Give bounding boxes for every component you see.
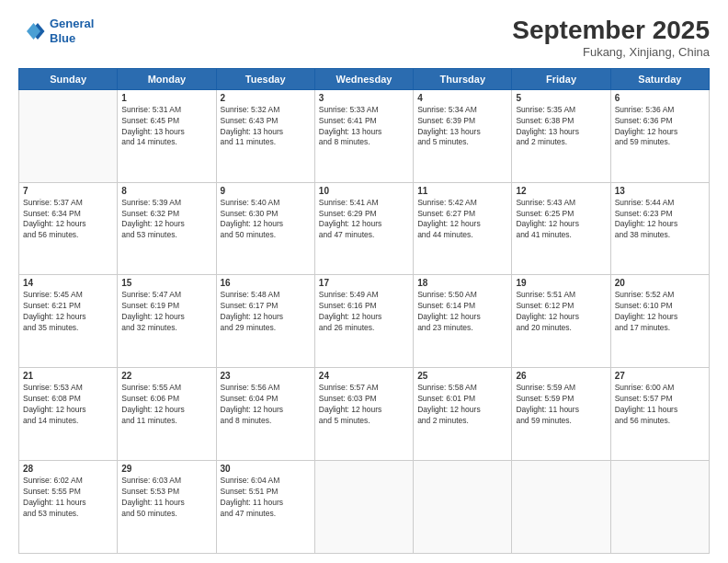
cell-info: Sunrise: 5:39 AMSunset: 6:32 PMDaylight:… [121, 198, 211, 242]
cell-info: Sunrise: 5:52 AMSunset: 6:10 PMDaylight:… [615, 290, 705, 334]
day-number: 6 [615, 93, 705, 103]
cell-info: Sunrise: 5:37 AMSunset: 6:34 PMDaylight:… [23, 198, 113, 242]
weekday-header-row: SundayMondayTuesdayWednesdayThursdayFrid… [19, 68, 710, 89]
day-number: 22 [121, 371, 211, 381]
cell-info: Sunrise: 6:00 AMSunset: 5:57 PMDaylight:… [615, 383, 705, 427]
calendar-cell: 30Sunrise: 6:04 AMSunset: 5:51 PMDayligh… [216, 461, 314, 554]
calendar-table: SundayMondayTuesdayWednesdayThursdayFrid… [18, 68, 710, 554]
weekday-tuesday: Tuesday [216, 68, 314, 89]
calendar-cell: 28Sunrise: 6:02 AMSunset: 5:55 PMDayligh… [19, 461, 118, 554]
calendar-cell [610, 461, 709, 554]
day-number: 5 [516, 93, 606, 103]
calendar-cell: 23Sunrise: 5:56 AMSunset: 6:04 PMDayligh… [216, 368, 314, 461]
cell-info: Sunrise: 5:33 AMSunset: 6:41 PMDaylight:… [319, 105, 409, 149]
logo-general: General [50, 17, 94, 30]
day-number: 28 [23, 464, 113, 474]
weekday-friday: Friday [512, 68, 610, 89]
calendar-cell: 15Sunrise: 5:47 AMSunset: 6:19 PMDayligh… [118, 275, 216, 368]
day-number: 8 [121, 186, 211, 196]
weekday-wednesday: Wednesday [314, 68, 413, 89]
cell-info: Sunrise: 5:34 AMSunset: 6:39 PMDaylight:… [417, 105, 507, 149]
calendar-cell: 25Sunrise: 5:58 AMSunset: 6:01 PMDayligh… [414, 368, 512, 461]
calendar-cell: 14Sunrise: 5:45 AMSunset: 6:21 PMDayligh… [19, 275, 118, 368]
calendar-cell: 29Sunrise: 6:03 AMSunset: 5:53 PMDayligh… [118, 461, 216, 554]
calendar-cell [414, 461, 512, 554]
cell-info: Sunrise: 6:03 AMSunset: 5:53 PMDaylight:… [121, 476, 211, 520]
logo-icon [18, 17, 46, 45]
cell-info: Sunrise: 5:43 AMSunset: 6:25 PMDaylight:… [516, 198, 606, 242]
day-number: 4 [417, 93, 507, 103]
month-title: September 2025 [512, 17, 710, 45]
cell-info: Sunrise: 5:57 AMSunset: 6:03 PMDaylight:… [319, 383, 409, 427]
logo-blue: Blue [50, 31, 75, 45]
calendar-cell: 21Sunrise: 5:53 AMSunset: 6:08 PMDayligh… [19, 368, 118, 461]
week-row-2: 14Sunrise: 5:45 AMSunset: 6:21 PMDayligh… [19, 275, 710, 368]
calendar-cell: 27Sunrise: 6:00 AMSunset: 5:57 PMDayligh… [610, 368, 709, 461]
day-number: 11 [417, 186, 507, 196]
day-number: 9 [221, 186, 311, 196]
calendar-cell [314, 461, 413, 554]
day-number: 13 [615, 186, 705, 196]
calendar-cell: 16Sunrise: 5:48 AMSunset: 6:17 PMDayligh… [216, 275, 314, 368]
calendar-cell: 20Sunrise: 5:52 AMSunset: 6:10 PMDayligh… [610, 275, 709, 368]
day-number: 25 [417, 371, 507, 381]
day-number: 2 [221, 93, 311, 103]
cell-info: Sunrise: 5:40 AMSunset: 6:30 PMDaylight:… [221, 198, 311, 242]
cell-info: Sunrise: 5:50 AMSunset: 6:14 PMDaylight:… [417, 290, 507, 334]
calendar-cell: 13Sunrise: 5:44 AMSunset: 6:23 PMDayligh… [610, 182, 709, 275]
logo: General Blue [18, 17, 94, 45]
day-number: 29 [121, 464, 211, 474]
calendar-cell: 6Sunrise: 5:36 AMSunset: 6:36 PMDaylight… [610, 89, 709, 182]
weekday-thursday: Thursday [414, 68, 512, 89]
day-number: 7 [23, 186, 113, 196]
calendar-cell: 10Sunrise: 5:41 AMSunset: 6:29 PMDayligh… [314, 182, 413, 275]
cell-info: Sunrise: 6:04 AMSunset: 5:51 PMDaylight:… [221, 476, 311, 520]
cell-info: Sunrise: 6:02 AMSunset: 5:55 PMDaylight:… [23, 476, 113, 520]
cell-info: Sunrise: 5:56 AMSunset: 6:04 PMDaylight:… [221, 383, 311, 427]
logo-text: General Blue [50, 17, 94, 45]
cell-info: Sunrise: 5:49 AMSunset: 6:16 PMDaylight:… [319, 290, 409, 334]
cell-info: Sunrise: 5:48 AMSunset: 6:17 PMDaylight:… [221, 290, 311, 334]
weekday-monday: Monday [118, 68, 216, 89]
calendar-cell: 1Sunrise: 5:31 AMSunset: 6:45 PMDaylight… [118, 89, 216, 182]
calendar-cell: 12Sunrise: 5:43 AMSunset: 6:25 PMDayligh… [512, 182, 610, 275]
cell-info: Sunrise: 5:36 AMSunset: 6:36 PMDaylight:… [615, 105, 705, 149]
location: Fukang, Xinjiang, China [512, 45, 710, 59]
calendar-cell: 26Sunrise: 5:59 AMSunset: 5:59 PMDayligh… [512, 368, 610, 461]
weekday-saturday: Saturday [610, 68, 709, 89]
calendar-cell: 18Sunrise: 5:50 AMSunset: 6:14 PMDayligh… [414, 275, 512, 368]
day-number: 19 [516, 278, 606, 288]
day-number: 20 [615, 278, 705, 288]
cell-info: Sunrise: 5:53 AMSunset: 6:08 PMDaylight:… [23, 383, 113, 427]
week-row-0: 1Sunrise: 5:31 AMSunset: 6:45 PMDaylight… [19, 89, 710, 182]
day-number: 3 [319, 93, 409, 103]
calendar-cell: 22Sunrise: 5:55 AMSunset: 6:06 PMDayligh… [118, 368, 216, 461]
calendar-cell: 5Sunrise: 5:35 AMSunset: 6:38 PMDaylight… [512, 89, 610, 182]
cell-info: Sunrise: 5:32 AMSunset: 6:43 PMDaylight:… [221, 105, 311, 149]
weekday-sunday: Sunday [19, 68, 118, 89]
cell-info: Sunrise: 5:47 AMSunset: 6:19 PMDaylight:… [121, 290, 211, 334]
calendar-cell: 9Sunrise: 5:40 AMSunset: 6:30 PMDaylight… [216, 182, 314, 275]
day-number: 17 [319, 278, 409, 288]
week-row-3: 21Sunrise: 5:53 AMSunset: 6:08 PMDayligh… [19, 368, 710, 461]
calendar-cell [512, 461, 610, 554]
calendar-cell: 7Sunrise: 5:37 AMSunset: 6:34 PMDaylight… [19, 182, 118, 275]
week-row-4: 28Sunrise: 6:02 AMSunset: 5:55 PMDayligh… [19, 461, 710, 554]
calendar-cell: 4Sunrise: 5:34 AMSunset: 6:39 PMDaylight… [414, 89, 512, 182]
day-number: 27 [615, 371, 705, 381]
day-number: 18 [417, 278, 507, 288]
cell-info: Sunrise: 5:59 AMSunset: 5:59 PMDaylight:… [516, 383, 606, 427]
page: General Blue September 2025 Fukang, Xinj… [0, 0, 728, 563]
day-number: 16 [221, 278, 311, 288]
cell-info: Sunrise: 5:45 AMSunset: 6:21 PMDaylight:… [23, 290, 113, 334]
day-number: 15 [121, 278, 211, 288]
day-number: 26 [516, 371, 606, 381]
cell-info: Sunrise: 5:35 AMSunset: 6:38 PMDaylight:… [516, 105, 606, 149]
calendar-cell [19, 89, 118, 182]
day-number: 24 [319, 371, 409, 381]
day-number: 23 [221, 371, 311, 381]
cell-info: Sunrise: 5:58 AMSunset: 6:01 PMDaylight:… [417, 383, 507, 427]
cell-info: Sunrise: 5:55 AMSunset: 6:06 PMDaylight:… [121, 383, 211, 427]
calendar-cell: 17Sunrise: 5:49 AMSunset: 6:16 PMDayligh… [314, 275, 413, 368]
calendar-cell: 2Sunrise: 5:32 AMSunset: 6:43 PMDaylight… [216, 89, 314, 182]
